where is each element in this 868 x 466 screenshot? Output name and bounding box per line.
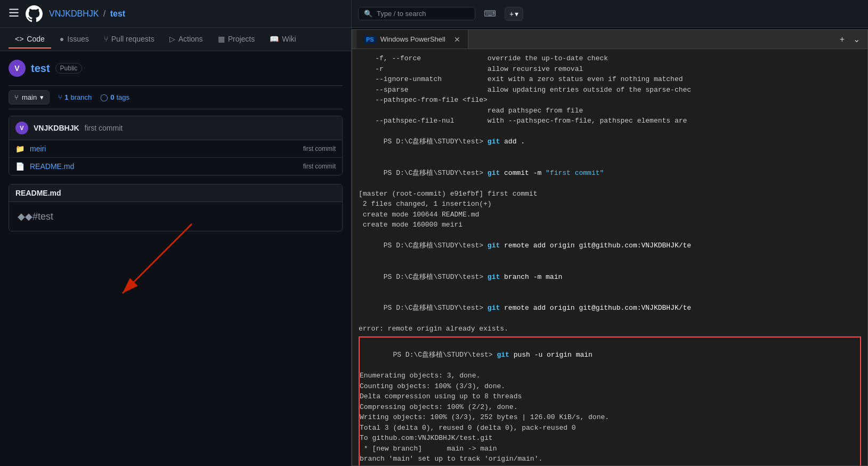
terminal-window: PS Windows PowerShell ✕ + ⌄ -f, --force …: [352, 29, 868, 466]
readme-section: README.md ◆◆#test: [9, 184, 343, 231]
file-list: V VNJKDBHJK first commit 📁 meiri first c…: [9, 116, 343, 175]
nav-tabs: <> Code ● Issues ⑂ Pull requests ▷ Actio…: [0, 28, 351, 51]
file-commit-readme: first commit: [303, 163, 336, 170]
terminal-line: --ignore-unmatch exit with a zero status…: [359, 74, 861, 85]
search-placeholder: Type / to search: [377, 10, 426, 18]
repo-content: V test Public ⑂ main ▾ ⑂ 1 branch ◯ 0 ta: [0, 51, 351, 240]
github-panel: VNJKDBHJK / test <> Code ● Issues ⑂ Pull…: [0, 0, 352, 466]
terminal-line: Compressing objects: 100% (2/2), done.: [360, 402, 860, 413]
terminal-body: -f, --force override the up-to-date chec…: [352, 49, 867, 465]
actions-icon: ▷: [169, 35, 175, 43]
tab-code-label: Code: [27, 35, 44, 43]
terminal-actions: + ⌄: [837, 32, 867, 46]
branch-meta: ⑂ 1 branch ◯ 0 tags: [58, 93, 129, 101]
tab-wiki[interactable]: 📖 Wiki: [263, 30, 302, 49]
branch-icon: ⑂: [14, 93, 19, 101]
tab-projects-label: Projects: [228, 35, 255, 43]
terminal-highlighted-block: PS D:\C盘移植\STUDY\test> git push -u origi…: [359, 336, 861, 466]
tab-issues-label: Issues: [67, 35, 88, 43]
readme-title: README.md: [15, 189, 61, 197]
tab-pull-requests[interactable]: ⑂ Pull requests: [98, 30, 161, 49]
terminal-line: Delta compression using up to 8 threads: [360, 391, 860, 402]
terminal-line: PS D:\C盘移植\STUDY\test> git commit -m "fi…: [359, 157, 861, 189]
terminal-line: --pathspec-file-nul with --pathspec-from…: [359, 116, 861, 126]
projects-icon: ▦: [218, 35, 225, 43]
terminal-titlebar: PS Windows PowerShell ✕ + ⌄: [352, 30, 867, 49]
tab-projects[interactable]: ▦ Projects: [212, 30, 262, 49]
chevron-down-icon: ▾: [515, 10, 518, 18]
github-logo-icon: [26, 5, 43, 22]
topbar: VNJKDBHJK / test: [0, 0, 351, 28]
branch-count-link[interactable]: ⑂ 1 branch: [58, 93, 92, 101]
folder-icon: 📁: [15, 144, 25, 153]
new-item-button[interactable]: + ▾: [505, 7, 523, 21]
commit-user[interactable]: VNJKDBHJK: [34, 124, 79, 132]
commit-avatar: V: [15, 122, 28, 134]
close-tab-button[interactable]: ✕: [454, 35, 460, 44]
file-commit-meiri: first commit: [303, 145, 336, 152]
terminal-line: create mode 160000 meiri: [359, 220, 861, 230]
terminal-line: Enumerating objects: 3, done.: [360, 371, 860, 381]
wiki-icon: 📖: [270, 35, 279, 43]
issues-icon: ●: [60, 35, 64, 43]
terminal-tab[interactable]: PS Windows PowerShell ✕: [356, 30, 468, 49]
terminal-line: create mode 100644 README.md: [359, 210, 861, 220]
terminal-line: error: remote origin already exists.: [359, 324, 861, 334]
branch-label: branch: [70, 93, 92, 101]
plus-icon: +: [509, 10, 514, 18]
branch-bar: ⑂ main ▾ ⑂ 1 branch ◯ 0 tags: [9, 85, 343, 109]
tag-count-link[interactable]: ◯ 0 tags: [100, 93, 129, 101]
terminal-line: PS D:\C盘移植\STUDY\test> git add .: [359, 126, 861, 158]
terminal-line: PS D:\C盘移植\STUDY\test> git push -u origi…: [360, 340, 860, 371]
search-box[interactable]: 🔍 Type / to search: [358, 7, 475, 20]
terminal-line: --sparse allow updating entries outside …: [359, 85, 861, 95]
chevron-down-icon[interactable]: ⌄: [850, 32, 863, 46]
commit-header: V VNJKDBHJK first commit: [9, 116, 342, 140]
repo-name[interactable]: test: [110, 9, 125, 18]
terminal-line: * [new branch] main -> main: [360, 444, 860, 454]
org-name[interactable]: VNJKDBHJK: [49, 9, 99, 18]
avatar: V: [9, 60, 26, 77]
terminal-line: PS D:\C盘移植\STUDY\test> git remote add or…: [359, 230, 861, 262]
hamburger-icon[interactable]: [9, 7, 19, 20]
terminal-line: [master (root-commit) e91efbf] first com…: [359, 189, 861, 199]
tag-icon: ◯: [100, 93, 108, 101]
readme-header: README.md: [9, 184, 342, 202]
terminal-line: -r allow recursive removal: [359, 64, 861, 75]
terminal-line: To github.com:VNJKDBHJK/test.git: [360, 433, 860, 444]
tab-wiki-label: Wiki: [282, 35, 296, 43]
terminal-cursor-line: PS D:\C盘移植\STUDY\test> █: [360, 464, 860, 466]
readme-content: ◆◆#test: [18, 211, 53, 222]
code-icon: <>: [15, 35, 23, 43]
search-icon: 🔍: [364, 10, 372, 18]
path-sep: /: [103, 9, 106, 18]
file-row: 📄 README.md first commit: [9, 158, 342, 175]
visibility-badge: Public: [55, 63, 83, 74]
topright-bar: 🔍 Type / to search ⌨ + ▾: [352, 0, 868, 28]
branch-name: main: [22, 93, 37, 101]
repo-title[interactable]: test: [31, 62, 50, 75]
repo-path: VNJKDBHJK / test: [49, 9, 125, 19]
powershell-icon: PS: [364, 36, 376, 43]
file-name-meiri[interactable]: meiri: [30, 144, 298, 153]
terminal-title: Windows PowerShell: [380, 35, 445, 43]
branch-fork-icon: ⑂: [58, 93, 62, 101]
repo-header: V test Public: [9, 60, 343, 77]
terminal-icon-button[interactable]: ⌨: [480, 6, 500, 21]
tab-code[interactable]: <> Code: [9, 30, 51, 49]
terminal-line: read pathspec from file: [359, 106, 861, 116]
branch-count: 1: [64, 93, 68, 101]
tab-issues[interactable]: ● Issues: [53, 30, 95, 49]
new-tab-button[interactable]: +: [837, 33, 848, 46]
terminal-line: PS D:\C盘移植\STUDY\test> git remote add or…: [359, 293, 861, 324]
chevron-down-icon: ▾: [40, 93, 44, 101]
terminal-line: branch 'main' set up to track 'origin/ma…: [360, 454, 860, 464]
tab-actions[interactable]: ▷ Actions: [163, 30, 209, 49]
readme-body: ◆◆#test: [9, 202, 342, 231]
terminal-line: 2 files changed, 1 insertion(+): [359, 199, 861, 210]
terminal-line: Total 3 (delta 0), reused 0 (delta 0), p…: [360, 423, 860, 433]
file-name-readme[interactable]: README.md: [30, 162, 298, 171]
commit-message: first commit: [85, 124, 123, 132]
terminal-line: Counting objects: 100% (3/3), done.: [360, 381, 860, 392]
branch-selector[interactable]: ⑂ main ▾: [9, 90, 50, 105]
